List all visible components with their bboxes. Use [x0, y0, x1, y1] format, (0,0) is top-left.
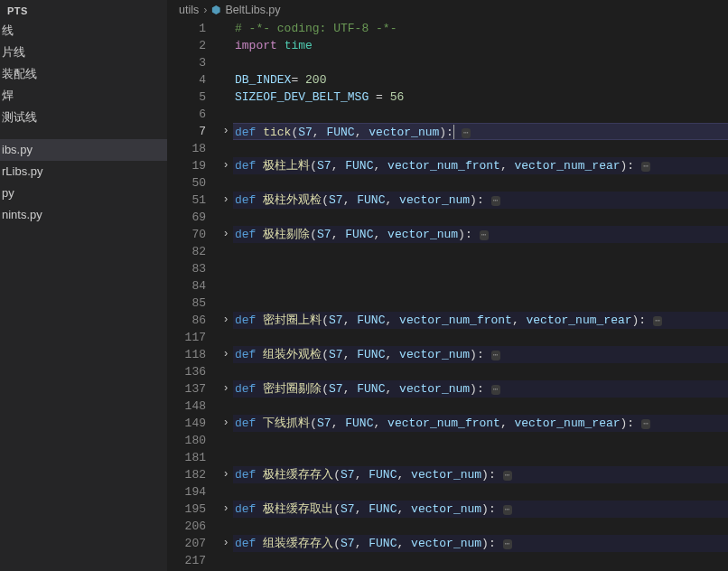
main-area: utils › ⬢ BeltLibs.py 123456718195051697… [168, 0, 728, 571]
code-line[interactable] [233, 432, 728, 449]
code-line[interactable]: import time [233, 37, 728, 54]
fold-spacer [219, 106, 233, 123]
code-line[interactable] [233, 174, 728, 192]
line-number: 182 [168, 466, 206, 483]
chevron-right-icon: › [203, 4, 207, 16]
fold-chevron-icon[interactable]: › [219, 157, 233, 174]
line-number: 207 [168, 535, 206, 552]
code-line[interactable]: DB_INDEX= 200 [233, 71, 728, 89]
fold-spacer [219, 54, 233, 71]
fold-spacer [219, 363, 233, 380]
fold-spacer [219, 432, 233, 449]
sidebar-item[interactable]: rLibs.py [0, 161, 167, 183]
line-number: 18 [168, 140, 206, 157]
code-line[interactable] [233, 295, 728, 312]
line-number: 206 [168, 518, 206, 535]
sidebar-item[interactable]: 片线 [0, 42, 167, 63]
line-number: 19 [168, 157, 206, 174]
code-line[interactable] [233, 54, 728, 71]
line-number: 2 [168, 37, 206, 54]
code-line[interactable]: def 密封圈上料(S7, FUNC, vector_num_front, ve… [233, 312, 728, 329]
line-number: 118 [168, 346, 206, 363]
code-line[interactable]: def 组装缓存存入(S7, FUNC, vector_num): ⋯ [233, 535, 728, 552]
fold-spacer [219, 277, 233, 295]
line-number: 4 [168, 71, 206, 89]
code-line[interactable] [233, 449, 728, 466]
line-number: 149 [168, 415, 206, 432]
line-number: 69 [168, 209, 206, 226]
line-number: 86 [168, 312, 206, 329]
code-line[interactable]: SIZEOF_DEV_BELT_MSG = 56 [233, 89, 728, 106]
sidebar-item[interactable]: ibs.py [0, 139, 167, 161]
sidebar-item[interactable]: py [0, 183, 167, 204]
line-number: 70 [168, 226, 206, 243]
fold-spacer [219, 483, 233, 501]
sidebar-item[interactable]: 焊 [0, 85, 167, 107]
fold-chevron-icon[interactable]: › [219, 466, 233, 483]
code-editor[interactable]: 1234567181950516970828384858611711813613… [168, 20, 728, 571]
sidebar-item[interactable]: nints.py [0, 204, 167, 226]
fold-spacer [219, 552, 233, 569]
code-line[interactable] [233, 243, 728, 260]
line-number: 82 [168, 243, 206, 260]
breadcrumb-file[interactable]: BeltLibs.py [225, 4, 280, 16]
code-line[interactable] [233, 209, 728, 226]
breadcrumb-parent[interactable]: utils [179, 4, 199, 16]
code-line[interactable]: def 极柱外观检(S7, FUNC, vector_num): ⋯ [233, 192, 728, 209]
code-line[interactable] [233, 518, 728, 535]
line-number: 1 [168, 20, 206, 37]
code-line[interactable]: # -*- coding: UTF-8 -*- [233, 20, 728, 37]
code-line[interactable] [233, 260, 728, 277]
sidebar: PTS 线片线装配线焊测试线ibs.pyrLibs.pypynints.py [0, 0, 168, 571]
code-line[interactable]: def 极柱缓存取出(S7, FUNC, vector_num): ⋯ [233, 501, 728, 518]
line-number: 148 [168, 398, 206, 415]
sidebar-item[interactable]: 线 [0, 20, 167, 42]
code-content[interactable]: # -*- coding: UTF-8 -*-import timeDB_IND… [233, 20, 728, 571]
fold-spacer [219, 89, 233, 106]
python-file-icon: ⬢ [211, 4, 220, 16]
code-line[interactable]: def tick(S7, FUNC, vector_num): ⋯ [233, 123, 728, 140]
fold-chevron-icon[interactable]: › [219, 192, 233, 209]
fold-chevron-icon[interactable]: › [219, 346, 233, 363]
line-number: 137 [168, 380, 206, 398]
line-number: 180 [168, 432, 206, 449]
code-line[interactable]: def 下线抓料(S7, FUNC, vector_num_front, vec… [233, 415, 728, 432]
code-line[interactable]: def 极柱缓存存入(S7, FUNC, vector_num): ⋯ [233, 466, 728, 483]
line-number: 136 [168, 363, 206, 380]
line-number: 217 [168, 552, 206, 569]
line-number: 51 [168, 192, 206, 209]
fold-spacer [219, 243, 233, 260]
code-line[interactable] [233, 483, 728, 501]
code-line[interactable] [233, 398, 728, 415]
fold-spacer [219, 37, 233, 54]
fold-chevron-icon[interactable]: › [219, 380, 233, 398]
fold-spacer [219, 329, 233, 346]
code-line[interactable] [233, 363, 728, 380]
line-number: 85 [168, 295, 206, 312]
code-line[interactable]: def 极柱剔除(S7, FUNC, vector_num): ⋯ [233, 226, 728, 243]
breadcrumb[interactable]: utils › ⬢ BeltLibs.py [168, 0, 728, 20]
fold-chevron-icon[interactable]: › [219, 123, 233, 140]
code-line[interactable]: def 组装外观检(S7, FUNC, vector_num): ⋯ [233, 346, 728, 363]
fold-spacer [219, 295, 233, 312]
code-line[interactable] [233, 329, 728, 346]
fold-spacer [219, 209, 233, 226]
fold-chevron-icon[interactable]: › [219, 501, 233, 518]
sidebar-item[interactable]: 测试线 [0, 107, 167, 128]
code-line[interactable] [233, 106, 728, 123]
code-line[interactable]: def 密封圈剔除(S7, FUNC, vector_num): ⋯ [233, 380, 728, 398]
fold-chevron-icon[interactable]: › [219, 415, 233, 432]
line-number: 117 [168, 329, 206, 346]
code-line[interactable] [233, 277, 728, 295]
fold-spacer [219, 518, 233, 535]
fold-chevron-icon[interactable]: › [219, 535, 233, 552]
code-line[interactable] [233, 140, 728, 157]
line-number: 181 [168, 449, 206, 466]
sidebar-item[interactable]: 装配线 [0, 63, 167, 85]
code-line[interactable]: def 极柱上料(S7, FUNC, vector_num_front, vec… [233, 157, 728, 174]
fold-chevron-icon[interactable]: › [219, 312, 233, 329]
line-number: 194 [168, 483, 206, 501]
line-number-gutter: 1234567181950516970828384858611711813613… [168, 20, 219, 571]
fold-chevron-icon[interactable]: › [219, 226, 233, 243]
code-line[interactable] [233, 552, 728, 569]
